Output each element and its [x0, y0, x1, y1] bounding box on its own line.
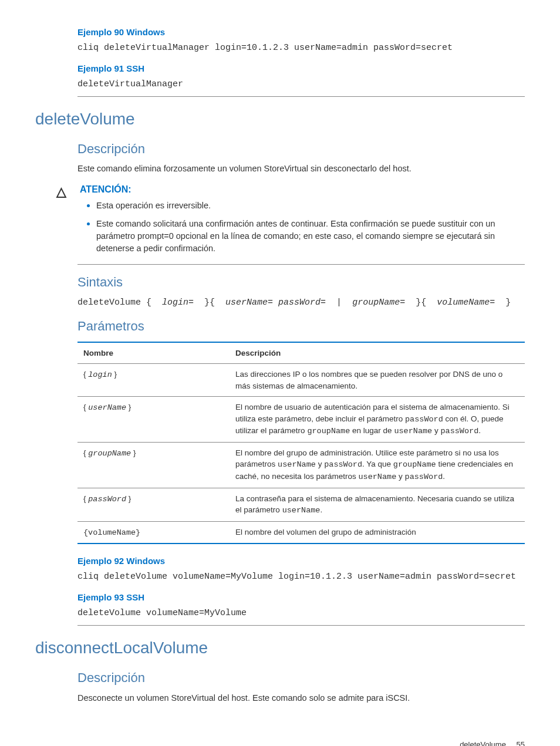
- desc-text: Este comando elimina forzosamente un vol…: [77, 163, 525, 175]
- table-row: { passWord } La contraseña para el siste…: [77, 488, 525, 521]
- caution-item: Este comando solicitará una confirmación…: [96, 217, 525, 255]
- caution-list: Esta operación es irreversible. Este com…: [80, 198, 525, 255]
- example-90-title: Ejemplo 90 Windows: [77, 26, 525, 39]
- caution-label: ATENCIÓN:: [80, 184, 131, 194]
- caution-icon: △: [54, 183, 68, 201]
- example-91-title: Ejemplo 91 SSH: [77, 62, 525, 75]
- table-row: { login } Las direcciones IP o los nombr…: [77, 364, 525, 397]
- section-disconnect-title: disconnectLocalVolume: [35, 636, 525, 660]
- col-name: Nombre: [77, 342, 230, 364]
- table-row: { groupName } El nombre del grupo de adm…: [77, 442, 525, 488]
- divider: [77, 264, 525, 265]
- divider: [77, 625, 525, 626]
- params-table: Nombre Descripción { login } Las direcci…: [77, 342, 525, 545]
- example-93-code: deleteVolume volumeName=MyVolume: [77, 607, 525, 619]
- caution-item: Esta operación es irreversible.: [96, 198, 525, 212]
- divider: [77, 96, 525, 97]
- example-91-code: deleteVirtualManager: [77, 79, 525, 90]
- example-92-code: cliq deleteVolume volumeName=MyVolume lo…: [77, 571, 525, 583]
- desc-heading: Descripción: [77, 669, 525, 687]
- footer-label: deleteVolume: [460, 740, 506, 746]
- desc-heading: Descripción: [77, 140, 525, 158]
- example-92-title: Ejemplo 92 Windows: [77, 555, 525, 568]
- example-93-title: Ejemplo 93 SSH: [77, 591, 525, 604]
- desc-text: Desconecte un volumen StoreVirtual del h…: [77, 692, 525, 704]
- syntax-code: deleteVolume { login= }{ userName= passW…: [77, 296, 525, 309]
- col-desc: Descripción: [230, 342, 525, 364]
- page-footer: deleteVolume 55: [35, 740, 525, 746]
- section-deletevolume-title: deleteVolume: [35, 107, 525, 131]
- table-row: {volumeName} El nombre del volumen del g…: [77, 521, 525, 544]
- table-row: { userName } El nombre de usuario de aut…: [77, 397, 525, 443]
- params-heading: Parámetros: [77, 317, 525, 336]
- sintaxis-heading: Sintaxis: [77, 273, 525, 292]
- page-number: 55: [517, 740, 525, 746]
- example-90-code: cliq deleteVirtualManager login=10.1.2.3…: [77, 42, 525, 54]
